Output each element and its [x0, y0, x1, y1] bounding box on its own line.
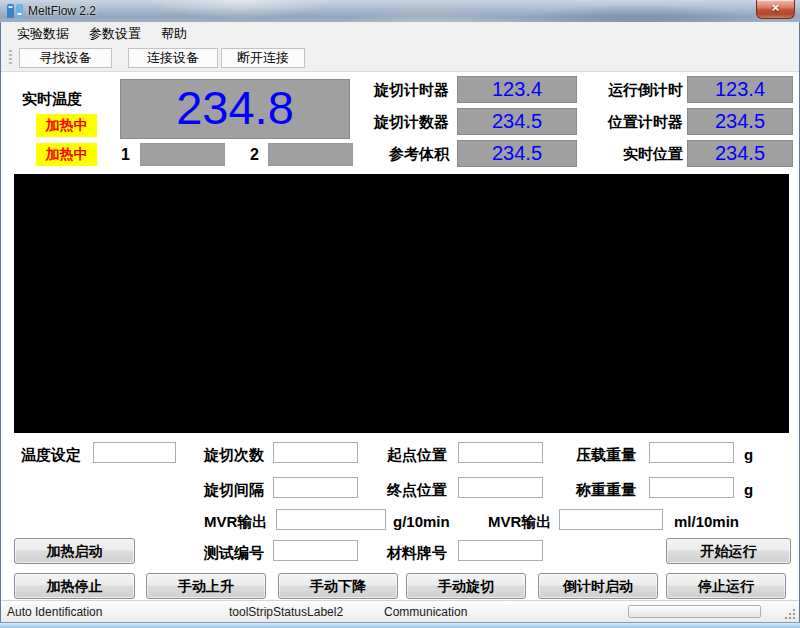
menu-parameter-settings[interactable]: 参数设置: [79, 22, 151, 46]
start-pos-input[interactable]: [458, 442, 543, 463]
manual-down-button[interactable]: 手动下降: [278, 573, 398, 599]
status-auto-identification: Auto Identification: [7, 605, 102, 619]
heat-stop-button[interactable]: 加热停止: [14, 573, 135, 599]
end-pos-input[interactable]: [458, 477, 543, 498]
countdown-start-button[interactable]: 倒计时启动: [538, 573, 658, 599]
menu-help[interactable]: 帮助: [151, 22, 197, 46]
temperature-display: 234.8: [120, 79, 350, 139]
mvr-g-label: MVR输出: [204, 511, 267, 532]
app-icon: [7, 3, 23, 19]
run-countdown-label: 运行倒计时: [567, 76, 683, 103]
material-no-input[interactable]: [458, 540, 543, 561]
mvr-ml-label: MVR输出: [488, 511, 551, 532]
status-bar: Auto Identification toolStripStatusLabel…: [1, 600, 799, 623]
load-weight-label: 压载重量: [576, 444, 636, 465]
cut-interval-label: 旋切间隔: [204, 479, 264, 500]
heating-status-2: 加热中: [36, 143, 97, 166]
disconnect-button[interactable]: 断开连接: [221, 48, 305, 68]
main-panel: 实时温度 加热中 加热中 234.8 1 2 旋切计时器 123.4 旋切计数器…: [1, 72, 799, 601]
window-bottom-border: [0, 622, 800, 628]
cut-counter-label: 旋切计数器: [334, 108, 449, 135]
weigh-weight-label: 称重重量: [576, 479, 636, 500]
plot-area: [14, 174, 789, 433]
toolbar: 寻找设备 连接设备 断开连接: [1, 45, 799, 72]
start-pos-label: 起点位置: [387, 444, 447, 465]
realtime-temp-label: 实时温度: [22, 90, 82, 109]
mvr-g-input[interactable]: [276, 509, 386, 530]
heating-status-1: 加热中: [36, 114, 97, 137]
run-stop-button[interactable]: 停止运行: [666, 573, 786, 599]
run-start-button[interactable]: 开始运行: [666, 538, 791, 564]
status-label-2: toolStripStatusLabel2: [229, 605, 343, 619]
find-device-button[interactable]: 寻找设备: [19, 48, 112, 68]
app-window: MeltFlow 2.2 × 实验数据 参数设置 帮助 寻找设备 连接设备 断开…: [0, 0, 800, 628]
menu-experiment-data[interactable]: 实验数据: [7, 22, 79, 46]
load-weight-input[interactable]: [649, 442, 734, 463]
end-pos-label: 终点位置: [387, 479, 447, 500]
weigh-weight-input[interactable]: [649, 477, 734, 498]
manual-cut-button[interactable]: 手动旋切: [406, 573, 526, 599]
cut-interval-input[interactable]: [273, 477, 358, 498]
mvr-ml-unit: ml/10min: [674, 511, 739, 532]
run-countdown-value: 123.4: [687, 76, 793, 103]
cut-count-label: 旋切次数: [204, 444, 264, 465]
weigh-weight-unit: g: [744, 479, 753, 500]
menu-bar: 实验数据 参数设置 帮助: [1, 22, 799, 45]
temp-set-label: 温度设定: [21, 444, 81, 465]
toolbar-grip-icon: [9, 50, 12, 66]
cut-count-input[interactable]: [273, 442, 358, 463]
position-timer-label: 位置计时器: [567, 108, 683, 135]
test-no-label: 测试编号: [204, 542, 264, 563]
material-no-label: 材料牌号: [387, 542, 447, 563]
realtime-pos-label: 实时位置: [567, 140, 683, 167]
resize-grip[interactable]: [793, 617, 795, 619]
load-weight-unit: g: [744, 444, 753, 465]
ref-volume-label: 参考体积: [334, 140, 449, 167]
close-button[interactable]: ×: [756, 0, 795, 19]
progress-bar: [628, 605, 761, 618]
heat-start-button[interactable]: 加热启动: [14, 538, 135, 564]
window-title: MeltFlow 2.2: [28, 4, 96, 18]
ref-volume-value: 234.5: [457, 140, 577, 167]
cut-timer-label: 旋切计时器: [334, 76, 449, 103]
indicator-1-box: [140, 143, 225, 166]
indicator-1-label: 1: [121, 143, 130, 166]
indicator-2-label: 2: [250, 143, 259, 166]
status-communication: Communication: [384, 605, 467, 619]
position-timer-value: 234.5: [687, 108, 793, 135]
manual-up-button[interactable]: 手动上升: [146, 573, 266, 599]
temp-set-input[interactable]: [93, 442, 176, 463]
connect-device-button[interactable]: 连接设备: [128, 48, 218, 68]
cut-counter-value: 234.5: [457, 108, 577, 135]
realtime-pos-value: 234.5: [687, 140, 793, 167]
cut-timer-value: 123.4: [457, 76, 577, 103]
test-no-input[interactable]: [273, 540, 358, 561]
title-bar[interactable]: MeltFlow 2.2 ×: [0, 0, 800, 23]
mvr-g-unit: g/10min: [393, 511, 450, 532]
mvr-ml-input[interactable]: [559, 509, 663, 530]
